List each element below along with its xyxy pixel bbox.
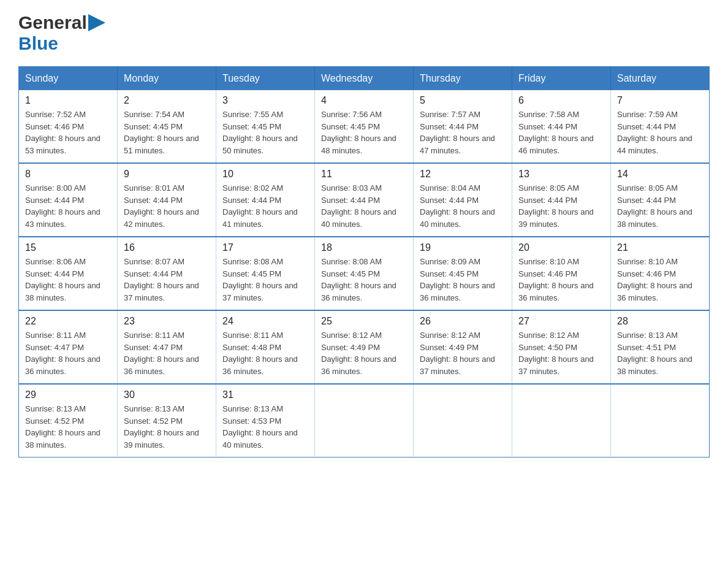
day-number: 20 [518,242,604,253]
sunrise-label: Sunrise: 7:54 AM [124,110,184,119]
sunset-label: Sunset: 4:45 PM [124,122,183,131]
daylight-label: Daylight: 8 hours and 36 minutes. [420,281,495,302]
day-number: 11 [321,169,407,180]
calendar-day-cell: 18Sunrise: 8:08 AMSunset: 4:45 PMDayligh… [315,237,414,310]
sunset-label: Sunset: 4:53 PM [222,416,281,426]
calendar-day-cell: 23Sunrise: 8:11 AMSunset: 4:47 PMDayligh… [118,310,216,384]
day-info: Sunrise: 8:02 AMSunset: 4:44 PMDaylight:… [222,182,308,230]
day-info: Sunrise: 8:11 AMSunset: 4:48 PMDaylight:… [222,329,308,377]
calendar-day-cell: 6Sunrise: 7:58 AMSunset: 4:44 PMDaylight… [512,90,611,163]
day-info: Sunrise: 8:13 AMSunset: 4:51 PMDaylight:… [617,329,703,377]
sunrise-label: Sunrise: 8:09 AM [420,257,480,266]
sunset-label: Sunset: 4:44 PM [617,196,676,205]
calendar-day-cell: 17Sunrise: 8:08 AMSunset: 4:45 PMDayligh… [216,237,315,310]
day-info: Sunrise: 7:52 AMSunset: 4:46 PMDaylight:… [25,109,111,156]
day-number: 22 [25,316,111,327]
day-info: Sunrise: 7:56 AMSunset: 4:45 PMDaylight:… [321,109,407,156]
sunrise-label: Sunrise: 8:07 AM [124,257,184,266]
day-number: 30 [124,389,210,400]
page-header: General Blue [18,12,710,54]
sunset-label: Sunset: 4:44 PM [124,269,183,278]
day-number: 31 [222,389,308,400]
sunrise-label: Sunrise: 8:06 AM [25,257,86,266]
calendar-day-cell: 13Sunrise: 8:05 AMSunset: 4:44 PMDayligh… [512,163,611,237]
daylight-label: Daylight: 8 hours and 42 minutes. [124,207,199,229]
daylight-label: Daylight: 8 hours and 47 minutes. [420,134,495,155]
day-info: Sunrise: 8:12 AMSunset: 4:49 PMDaylight:… [420,329,506,377]
day-number: 4 [321,95,407,106]
calendar-day-cell: 24Sunrise: 8:11 AMSunset: 4:48 PMDayligh… [216,310,315,384]
calendar-day-cell: 28Sunrise: 8:13 AMSunset: 4:51 PMDayligh… [611,310,710,384]
day-number: 8 [25,169,111,180]
daylight-label: Daylight: 8 hours and 36 minutes. [321,281,396,302]
day-info: Sunrise: 8:12 AMSunset: 4:49 PMDaylight:… [321,329,407,377]
logo-general-text: General [18,12,87,33]
sunrise-label: Sunrise: 8:05 AM [518,183,579,193]
sunset-label: Sunset: 4:45 PM [420,269,479,278]
day-number: 29 [25,389,111,400]
calendar-day-cell: 9Sunrise: 8:01 AMSunset: 4:44 PMDaylight… [118,163,216,237]
sunset-label: Sunset: 4:44 PM [420,196,479,205]
sunrise-label: Sunrise: 8:12 AM [420,331,480,340]
sunset-label: Sunset: 4:44 PM [25,196,84,205]
day-info: Sunrise: 8:04 AMSunset: 4:44 PMDaylight:… [420,182,506,230]
day-number: 2 [124,95,210,106]
calendar-day-cell: 30Sunrise: 8:13 AMSunset: 4:52 PMDayligh… [118,384,216,458]
day-info: Sunrise: 8:13 AMSunset: 4:53 PMDaylight:… [222,403,308,451]
sunrise-label: Sunrise: 8:13 AM [222,404,283,413]
daylight-label: Daylight: 8 hours and 43 minutes. [25,207,100,229]
sunset-label: Sunset: 4:44 PM [518,196,577,205]
day-number: 5 [420,95,506,106]
daylight-label: Daylight: 8 hours and 36 minutes. [222,354,298,376]
daylight-label: Daylight: 8 hours and 38 minutes. [25,428,100,450]
sunrise-label: Sunrise: 8:08 AM [222,257,283,266]
calendar-day-cell: 16Sunrise: 8:07 AMSunset: 4:44 PMDayligh… [118,237,216,310]
empty-day-cell [414,384,512,458]
sunrise-label: Sunrise: 8:05 AM [617,183,678,193]
day-info: Sunrise: 8:05 AMSunset: 4:44 PMDaylight:… [518,182,604,230]
day-number: 14 [617,169,703,180]
empty-day-cell [315,384,414,458]
daylight-label: Daylight: 8 hours and 51 minutes. [124,134,199,155]
sunrise-label: Sunrise: 7:59 AM [617,110,678,119]
day-number: 28 [617,316,703,327]
day-info: Sunrise: 8:01 AMSunset: 4:44 PMDaylight:… [124,182,210,230]
calendar-week-row: 1Sunrise: 7:52 AMSunset: 4:46 PMDaylight… [19,90,710,163]
sunset-label: Sunset: 4:52 PM [25,416,84,426]
calendar-day-cell: 20Sunrise: 8:10 AMSunset: 4:46 PMDayligh… [512,237,611,310]
sunrise-label: Sunrise: 7:55 AM [222,110,283,119]
sunrise-label: Sunrise: 8:11 AM [222,331,283,340]
weekday-header-thursday: Thursday [414,67,512,91]
sunrise-label: Sunrise: 8:10 AM [518,257,579,266]
sunset-label: Sunset: 4:47 PM [124,343,183,352]
sunset-label: Sunset: 4:44 PM [518,122,577,131]
day-info: Sunrise: 8:13 AMSunset: 4:52 PMDaylight:… [25,403,111,451]
sunset-label: Sunset: 4:51 PM [617,343,676,352]
day-number: 18 [321,242,407,253]
day-info: Sunrise: 7:54 AMSunset: 4:45 PMDaylight:… [124,109,210,156]
daylight-label: Daylight: 8 hours and 38 minutes. [617,354,692,376]
calendar-day-cell: 1Sunrise: 7:52 AMSunset: 4:46 PMDaylight… [19,90,118,163]
daylight-label: Daylight: 8 hours and 48 minutes. [321,134,396,155]
day-info: Sunrise: 8:08 AMSunset: 4:45 PMDaylight:… [222,256,308,304]
day-number: 16 [124,242,210,253]
daylight-label: Daylight: 8 hours and 53 minutes. [25,134,100,155]
daylight-label: Daylight: 8 hours and 40 minutes. [420,207,495,229]
calendar-day-cell: 14Sunrise: 8:05 AMSunset: 4:44 PMDayligh… [611,163,710,237]
sunset-label: Sunset: 4:50 PM [518,343,577,352]
sunrise-label: Sunrise: 8:12 AM [321,331,382,340]
day-number: 12 [420,169,506,180]
day-number: 27 [518,316,604,327]
sunset-label: Sunset: 4:48 PM [222,343,281,352]
sunrise-label: Sunrise: 8:02 AM [222,183,283,193]
sunset-label: Sunset: 4:44 PM [222,196,281,205]
day-number: 1 [25,95,111,106]
sunrise-label: Sunrise: 8:11 AM [124,331,184,340]
calendar-day-cell: 8Sunrise: 8:00 AMSunset: 4:44 PMDaylight… [19,163,118,237]
day-number: 25 [321,316,407,327]
sunset-label: Sunset: 4:49 PM [321,343,380,352]
weekday-header-monday: Monday [118,67,216,91]
sunset-label: Sunset: 4:45 PM [222,269,281,278]
day-info: Sunrise: 8:06 AMSunset: 4:44 PMDaylight:… [25,256,111,304]
daylight-label: Daylight: 8 hours and 39 minutes. [518,207,594,229]
